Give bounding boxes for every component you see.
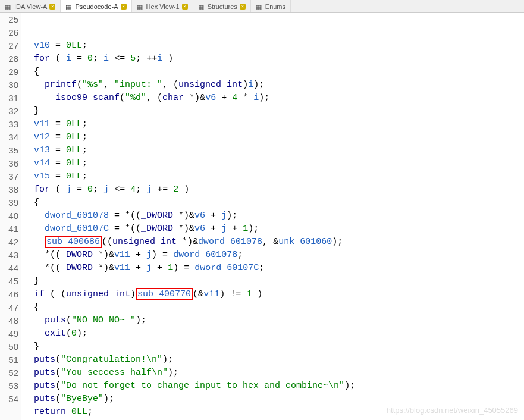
token-num: 0: [87, 184, 93, 195]
token-p: =: [50, 132, 66, 142]
token-p: =: [50, 40, 66, 51]
token-p: ): [243, 80, 248, 90]
token-kw: for: [34, 184, 50, 195]
close-icon[interactable]: ×: [121, 4, 127, 10]
line-number: 42: [0, 236, 18, 249]
token-var: dword_60107C: [45, 224, 109, 234]
code-line[interactable]: printf("%s", "input: ", (unsigned int)i)…: [23, 79, 524, 92]
token-var: dword_601078: [198, 237, 262, 247]
tab-label: IDA View-A: [14, 3, 47, 10]
code-line[interactable]: __isoc99_scanf("%d", (char *)&v6 + 4 * i…: [23, 92, 524, 105]
line-number: 38: [0, 183, 18, 196]
token-kw: return: [34, 407, 66, 417]
token-var: unk_601060: [278, 237, 332, 247]
code-line[interactable]: v11 = 0LL;: [23, 118, 524, 131]
token-p: =: [50, 158, 66, 168]
token-num: 0: [87, 54, 93, 64]
code-line[interactable]: {: [23, 196, 524, 209]
token-var: v11: [203, 289, 219, 299]
token-kw: unsigned int: [178, 80, 243, 90]
code-line[interactable]: puts("NO NO NO~ ");: [23, 314, 524, 327]
token-var: v6: [194, 224, 205, 234]
tab-label: Structures: [208, 3, 237, 10]
code-line[interactable]: puts("Do not forget to change input to h…: [23, 380, 524, 393]
token-num: 0: [71, 328, 77, 338]
tab-structures[interactable]: ▦ Structures ×: [193, 0, 251, 12]
token-num: 0LL: [66, 40, 82, 51]
tab-ida-view[interactable]: ▦ IDA View-A ×: [0, 0, 61, 12]
token-p: ): [178, 184, 189, 195]
token-num: 0LL: [66, 145, 82, 155]
token-var: v6: [194, 211, 205, 221]
token-p: );: [136, 315, 146, 325]
code-line[interactable]: dword_601078 = *((_DWORD *)&v6 + j);: [23, 209, 524, 222]
token-p: (: [50, 54, 66, 64]
token-num: 1: [243, 224, 248, 234]
token-str: "input: ": [114, 80, 162, 90]
token-str: "%d": [125, 93, 146, 103]
code-area[interactable]: v10 = 0LL; for ( i = 0; i <= 5; ++i ) { …: [21, 13, 524, 420]
token-p: ;: [237, 250, 243, 260]
token-var: j: [146, 250, 152, 260]
token-var: j: [146, 263, 152, 273]
code-line[interactable]: exit(0);: [23, 327, 524, 340]
token-num: 0LL: [66, 171, 82, 181]
token-var: v11: [34, 119, 50, 129]
token-p: *)&: [173, 224, 194, 234]
line-number: 34: [0, 131, 18, 144]
code-line[interactable]: sub_400686((unsigned int *)&dword_601078…: [23, 236, 524, 249]
tab-hex-view[interactable]: ▦ Hex View-1 ×: [132, 0, 193, 12]
close-icon[interactable]: ×: [182, 4, 188, 10]
token-p: = *((: [109, 211, 141, 221]
code-line[interactable]: v15 = 0LL;: [23, 170, 524, 183]
token-p: ; ++: [136, 54, 157, 64]
code-line[interactable]: }: [23, 275, 524, 288]
token-fn: printf: [45, 80, 77, 90]
code-line[interactable]: }: [23, 105, 524, 118]
line-number: 45: [0, 275, 18, 288]
token-p: ;: [93, 184, 103, 195]
code-line[interactable]: {: [23, 65, 524, 79]
token-p: , &: [262, 237, 278, 247]
code-line[interactable]: puts("Congratulation!\n");: [23, 353, 524, 366]
close-icon[interactable]: ×: [240, 4, 246, 10]
code-line[interactable]: *((_DWORD *)&v11 + j + 1) = dword_60107C…: [23, 262, 524, 275]
token-p: );: [77, 328, 87, 338]
code-line[interactable]: for ( i = 0; i <= 5; ++i ): [23, 52, 524, 65]
tab-pseudocode[interactable]: ▦ Pseudocode-A ×: [61, 0, 131, 12]
token-p: {: [34, 67, 39, 77]
token-str: "Congratulation!\n": [61, 355, 162, 365]
code-line[interactable]: puts("You seccess half\n");: [23, 366, 524, 380]
token-type: _DWORD: [61, 263, 93, 273]
token-num: 1: [168, 263, 173, 273]
line-number: 43: [0, 249, 18, 262]
token-var: i: [103, 54, 109, 64]
token-p: =: [50, 171, 66, 181]
code-line[interactable]: {: [23, 301, 524, 314]
code-line[interactable]: dword_60107C = *((_DWORD *)&v6 + j + 1);: [23, 222, 524, 236]
code-line[interactable]: *((_DWORD *)&v11 + j) = dword_601078;: [23, 249, 524, 262]
token-var: v6: [205, 93, 216, 103]
token-p: );: [344, 381, 355, 391]
token-p: );: [332, 237, 343, 247]
token-p: ;: [87, 407, 93, 417]
token-p: +: [227, 224, 243, 234]
token-kw: unsigned int: [112, 237, 177, 247]
token-num: 4: [232, 93, 237, 103]
code-line[interactable]: v14 = 0LL;: [23, 157, 524, 170]
code-line[interactable]: for ( j = 0; j <= 4; j += 2 ): [23, 183, 524, 196]
code-line[interactable]: v13 = 0LL;: [23, 144, 524, 157]
code-line[interactable]: v12 = 0LL;: [23, 131, 524, 144]
line-number: 28: [0, 52, 18, 65]
token-p: *: [237, 93, 253, 103]
token-p: =: [71, 184, 87, 195]
token-p: }: [34, 341, 39, 352]
token-p: (: [77, 80, 82, 90]
token-p: *)&: [184, 93, 205, 103]
code-line[interactable]: if ( (unsigned int)sub_400770(&v11) != 1…: [23, 288, 524, 301]
tab-enums[interactable]: ▦ Enums: [251, 0, 291, 12]
code-line[interactable]: }: [23, 340, 524, 353]
code-line[interactable]: v10 = 0LL;: [23, 39, 524, 52]
close-icon[interactable]: ×: [49, 4, 55, 10]
token-p: +: [205, 224, 221, 234]
